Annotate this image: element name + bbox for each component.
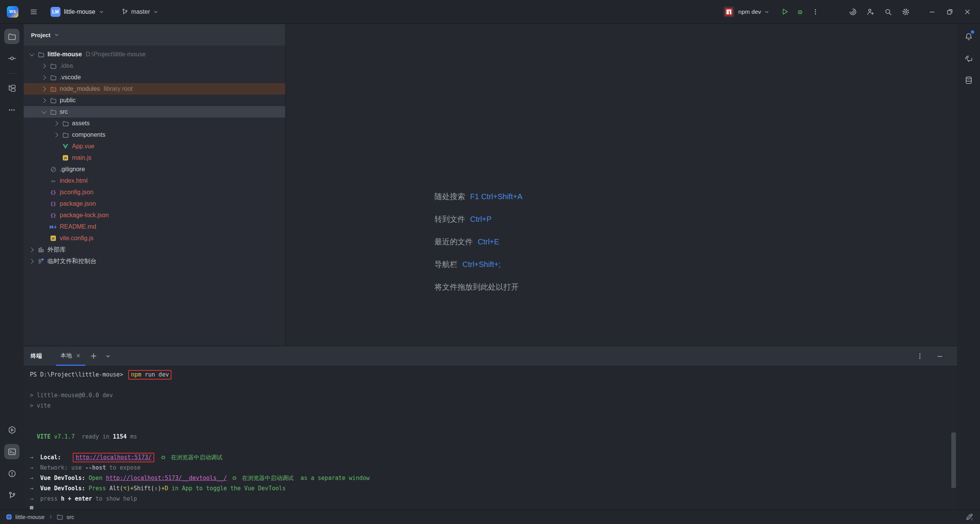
tree-row-jsconfig.json[interactable]: {}jsconfig.json <box>24 187 285 198</box>
expander-closed[interactable] <box>39 76 49 79</box>
terminal-line: PS D:\Project\little-mouse> npm run dev <box>30 370 957 380</box>
new-terminal-tab-button[interactable] <box>87 350 100 363</box>
terminal-more-button[interactable] <box>913 350 926 363</box>
expander-closed[interactable] <box>51 122 61 125</box>
tree-row-App.vue[interactable]: App.vue <box>24 141 285 152</box>
tree-row-.idea[interactable]: .idea <box>24 60 285 72</box>
restore-button[interactable] <box>941 3 959 20</box>
tree-row-外部库[interactable]: 外部库 <box>24 244 285 255</box>
expander-closed[interactable] <box>51 133 61 137</box>
ai-chat-tool[interactable] <box>961 51 976 66</box>
search-everywhere-button[interactable] <box>880 4 896 20</box>
pen-slash-icon[interactable]: T <box>965 513 974 521</box>
expander-closed[interactable] <box>27 260 37 263</box>
branch-name: master <box>131 8 150 15</box>
webstorm-logo-text: WS <box>9 10 16 14</box>
branch-selector[interactable]: master <box>119 7 162 17</box>
terminal-hide-button[interactable] <box>933 350 946 363</box>
expander-closed[interactable] <box>39 87 49 91</box>
terminal-tab-local[interactable]: 本地 <box>56 346 85 366</box>
close-tab-icon[interactable] <box>76 353 81 358</box>
terminal-panel-title[interactable]: 终端 <box>31 352 42 360</box>
notifications[interactable] <box>961 29 976 44</box>
expander-open[interactable] <box>27 54 37 56</box>
run-config-label[interactable]: npm dev <box>738 8 761 15</box>
version-control-tool[interactable] <box>4 488 20 503</box>
chevron-closed-icon <box>29 247 33 252</box>
settings-button[interactable] <box>898 4 913 20</box>
project-panel-header[interactable]: Project <box>24 24 285 46</box>
terminal-link[interactable]: http://localhost:5173/ <box>75 454 152 461</box>
structure-tool[interactable] <box>4 80 20 96</box>
more-horizontal-icon <box>8 106 16 114</box>
tree-row-README.md[interactable]: MREADME.md <box>24 221 285 233</box>
tree-row-main.js[interactable]: JSmain.js <box>24 152 285 164</box>
project-selector[interactable]: LM little-mouse <box>47 5 107 19</box>
expander-closed[interactable] <box>39 64 49 68</box>
terminal-text: npm <box>131 371 141 378</box>
terminal-text: Shift( <box>134 485 154 492</box>
tree-row-vite.config.js[interactable]: JSvite.config.js <box>24 233 285 244</box>
database-tool[interactable] <box>961 72 976 88</box>
tree-row-package.json[interactable]: {}package.json <box>24 198 285 210</box>
terminal-text: → <box>30 485 33 492</box>
terminal-tab-dropdown[interactable] <box>101 350 114 363</box>
tree-row-package-lock.json[interactable]: {}package-lock.json <box>24 210 285 221</box>
shortcut-hint: 随处搜索F1 Ctrl+Shift+A <box>434 192 523 214</box>
tree-row-little-mouse[interactable]: little-mouseD:\Project\little-mouse <box>24 49 285 60</box>
chevron-closed-icon <box>29 259 33 264</box>
tree-row-index.html[interactable]: <>index.html <box>24 175 285 187</box>
shortcut-hint-label: 最近的文件 <box>434 237 473 246</box>
tree-item-label: main.js <box>72 154 91 161</box>
run-tool[interactable] <box>4 422 20 437</box>
tree-row-.gitignore[interactable]: .gitignore <box>24 164 285 175</box>
terminal-scrollbar[interactable] <box>951 432 956 488</box>
more-vertical-icon <box>916 353 923 360</box>
problems-tool[interactable] <box>4 466 20 481</box>
terminal-line: VITE v7.1.7 ready in 1154 ms <box>30 432 957 442</box>
close-button[interactable] <box>959 3 976 20</box>
terminal-text: ready in <box>75 433 113 440</box>
minimize-button[interactable] <box>923 3 941 20</box>
breadcrumb-project[interactable]: little-mouse <box>15 514 45 520</box>
tree-row-.vscode[interactable]: .vscode <box>24 72 285 83</box>
terminal-output[interactable]: PS D:\Project\little-mouse> npm run dev>… <box>24 366 957 514</box>
breadcrumb-folder[interactable]: src <box>67 514 74 520</box>
chevron-closed-icon <box>53 133 58 137</box>
project-tool[interactable] <box>4 29 20 44</box>
tree-row-node_modules[interactable]: node_moduleslibrary root <box>24 83 285 95</box>
more-actions-button[interactable] <box>808 4 823 20</box>
shortcut-hint-label: 转到文件 <box>434 215 465 223</box>
tree-item-label: package-lock.json <box>60 212 109 219</box>
expander-closed[interactable] <box>39 99 49 102</box>
commit-tool[interactable] <box>4 51 20 66</box>
tree-row-components[interactable]: components <box>24 129 285 141</box>
breadcrumb: little-mouse src <box>6 514 74 520</box>
tree-row-src[interactable]: src <box>24 106 285 118</box>
tree-row-临时文件和控制台[interactable]: 临时文件和控制台 <box>24 255 285 267</box>
terminal-text: Press <box>89 485 109 492</box>
terminal-line: > little-mouse@0.0.0 dev <box>30 390 957 401</box>
expander-closed[interactable] <box>27 248 37 252</box>
settings-gear-icon <box>902 8 910 16</box>
chevron-down-icon[interactable] <box>764 9 769 15</box>
tree-row-public[interactable]: public <box>24 95 285 106</box>
run-button[interactable] <box>777 4 792 20</box>
ai-assistant-button[interactable] <box>845 4 861 20</box>
chevron-down-icon <box>54 32 59 38</box>
terminal-link[interactable]: http://localhost:5173/__devtools__/ <box>106 475 227 481</box>
more-tools[interactable] <box>4 102 20 118</box>
main-menu-button[interactable] <box>26 4 41 20</box>
npm-icon[interactable] <box>725 8 733 16</box>
code-with-me-button[interactable] <box>863 4 878 20</box>
tree-item-label: jsconfig.json <box>60 189 93 196</box>
shortcut-hint: 转到文件Ctrl+P <box>434 214 523 237</box>
terminal-line <box>30 411 957 421</box>
right-strip-items <box>961 29 976 94</box>
editor-area[interactable]: 随处搜索F1 Ctrl+Shift+A转到文件Ctrl+P最近的文件Ctrl+E… <box>286 24 957 346</box>
debug-button[interactable] <box>792 4 808 20</box>
terminal-tool[interactable] <box>4 444 20 459</box>
tree-row-assets[interactable]: assets <box>24 118 285 129</box>
expander-open[interactable] <box>39 111 49 113</box>
terminal-text: + <box>130 485 134 492</box>
